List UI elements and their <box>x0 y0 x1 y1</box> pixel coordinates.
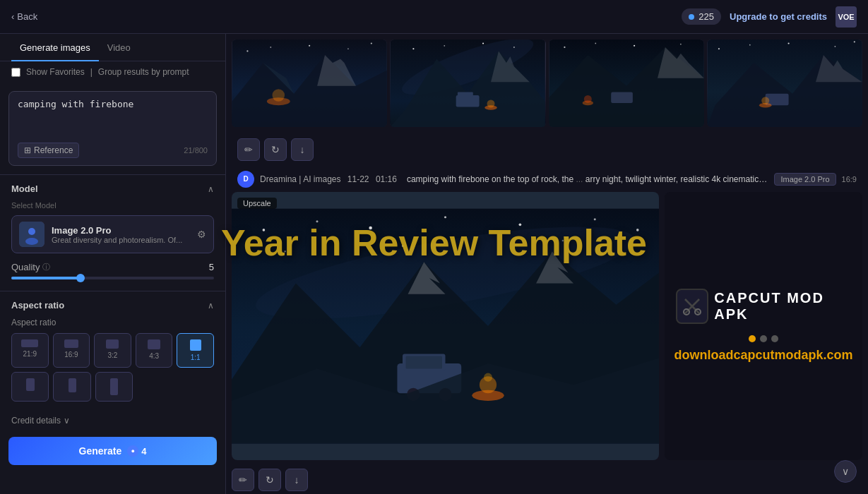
refresh-button[interactable]: ↻ <box>264 138 287 161</box>
image-card-1[interactable] <box>232 40 387 127</box>
refresh-icon: ↻ <box>271 144 280 155</box>
tab-generate-images[interactable]: Generate images <box>11 34 99 61</box>
edit-button[interactable]: ✏ <box>237 138 260 161</box>
model-chevron-icon: ∧ <box>208 184 214 194</box>
upgrade-prefix: Upgrade to get <box>730 11 795 22</box>
image-scene-2 <box>390 40 545 127</box>
capcut-logo-icon <box>676 289 708 324</box>
svg-point-9 <box>270 47 271 48</box>
aspect-ratio-header[interactable]: Aspect ratio ∧ <box>11 300 214 311</box>
model-section-header[interactable]: Model ∧ <box>11 183 214 194</box>
lower-refresh-button[interactable]: ↻ <box>258 469 281 491</box>
image-card-2[interactable] <box>390 40 545 127</box>
ratio-tag: 16:9 <box>842 175 857 183</box>
quality-slider-fill <box>11 277 81 279</box>
prompt-info-row: D Dreamina | AI images 11-22 01:16 campi… <box>226 167 868 192</box>
topbar-left: ‹ Back <box>11 11 37 22</box>
back-button[interactable]: ‹ Back <box>11 11 37 22</box>
model-section: Model ∧ Select Model Image 2.0 Pro Great… <box>0 174 225 291</box>
dot-3 <box>771 335 778 342</box>
image-card-3[interactable] <box>549 40 704 127</box>
lower-section: Upscale CAPCUT MOD AP <box>226 192 868 466</box>
aspect-btn-16-9[interactable]: 16:9 <box>53 333 90 368</box>
generate-button[interactable]: Generate ● 4 <box>8 437 217 465</box>
svg-point-70 <box>484 373 492 381</box>
back-chevron-icon: ‹ <box>11 11 14 22</box>
credit-details-toggle[interactable]: Credit details ∨ <box>0 410 225 431</box>
avatar[interactable]: VOE <box>836 6 857 28</box>
svg-point-12 <box>371 42 372 44</box>
back-label: Back <box>17 11 37 22</box>
prompt-input[interactable] <box>18 99 208 134</box>
char-count: 21/800 <box>184 146 208 155</box>
model-desc: Great diversity and photorealism. Of... <box>52 236 190 244</box>
aspect-btn-portrait-3[interactable] <box>95 372 133 402</box>
tab-video-label: Video <box>107 42 131 53</box>
tab-generate-label: Generate images <box>20 42 90 53</box>
model-settings-icon[interactable]: ⚙ <box>197 229 206 240</box>
capcut-scissors-icon <box>679 294 705 319</box>
lower-refresh-icon: ↻ <box>266 474 274 486</box>
lower-edit-icon: ✏ <box>239 474 247 486</box>
aspect-btn-21-9[interactable]: 21:9 <box>11 333 49 368</box>
download-icon: ↓ <box>300 144 305 155</box>
prompt-footer: ⊞ Reference 21/800 <box>18 143 208 158</box>
lower-edit-button[interactable]: ✏ <box>232 469 254 491</box>
svg-point-54 <box>636 229 639 231</box>
aspect-ratio-chevron-icon: ∧ <box>208 301 214 311</box>
model-card[interactable]: Image 2.0 Pro Great diversity and photor… <box>11 215 214 253</box>
download-button[interactable]: ↓ <box>291 138 314 161</box>
topbar: ‹ Back 225 Upgrade to get credits VOE <box>0 0 868 34</box>
svg-point-31 <box>583 95 591 103</box>
aspect-icon-1-1 <box>190 339 201 351</box>
model-tag: Image 2.0 Pro <box>774 173 836 186</box>
credit-details-chevron-icon: ∨ <box>64 416 70 426</box>
image-scene-1 <box>232 40 387 127</box>
show-favorites-row: Show Favorites | Group results by prompt <box>0 61 225 83</box>
svg-point-52 <box>519 223 522 226</box>
svg-point-44 <box>787 42 789 44</box>
svg-point-23 <box>482 42 484 44</box>
quality-slider-thumb[interactable] <box>76 274 85 282</box>
quality-slider-track[interactable] <box>11 277 214 279</box>
generate-credits-count: 4 <box>141 446 146 457</box>
credit-details-label: Credit details <box>11 416 61 426</box>
aspect-icon-16-9 <box>64 339 78 348</box>
image-card-4[interactable] <box>707 40 862 127</box>
show-favorites-checkbox[interactable] <box>11 68 20 77</box>
tab-video[interactable]: Video <box>99 34 139 61</box>
svg-rect-18 <box>458 92 473 99</box>
image-scene-3 <box>549 40 704 127</box>
svg-point-48 <box>263 229 266 231</box>
aspect-btn-3-2[interactable]: 3:2 <box>94 333 131 368</box>
aspect-btn-portrait-1[interactable] <box>11 372 49 402</box>
tabs: Generate images Video <box>0 34 225 61</box>
credits-badge: 225 <box>682 8 721 25</box>
reference-button[interactable]: ⊞ Reference <box>18 143 79 158</box>
svg-point-21 <box>413 48 415 49</box>
lower-download-icon: ↓ <box>295 474 299 486</box>
model-thumb-icon <box>19 222 44 247</box>
quality-value: 5 <box>209 262 214 272</box>
svg-point-46 <box>853 41 855 42</box>
timestamp: 11-22 <box>347 174 369 184</box>
svg-point-22 <box>444 45 446 47</box>
upgrade-credits-link[interactable]: credits <box>797 11 827 22</box>
model-name: Image 2.0 Pro <box>52 225 190 236</box>
expand-toggle-button[interactable]: ∨ <box>834 460 857 483</box>
lower-image-actions: ✏ ↻ ↓ <box>226 466 868 494</box>
prompt-meta: Dreamina | AI images 11-22 01:16 <box>260 174 401 184</box>
aspect-btn-4-3[interactable]: 4:3 <box>136 333 173 368</box>
expanded-image[interactable]: Upscale <box>232 192 659 460</box>
sidebar: Generate images Video Show Favorites | G… <box>0 34 226 494</box>
reference-icon: ⊞ <box>24 145 31 155</box>
credits-coin-icon: ● <box>127 445 138 457</box>
aspect-btn-1-1[interactable]: 1:1 <box>177 333 214 368</box>
svg-point-24 <box>513 47 515 48</box>
expanded-scene <box>232 192 659 460</box>
lower-download-button[interactable]: ↓ <box>285 469 308 491</box>
aspect-btn-portrait-2[interactable] <box>53 372 90 402</box>
svg-point-10 <box>309 45 310 47</box>
svg-point-51 <box>444 216 446 218</box>
upgrade-link[interactable]: Upgrade to get credits <box>730 11 827 22</box>
